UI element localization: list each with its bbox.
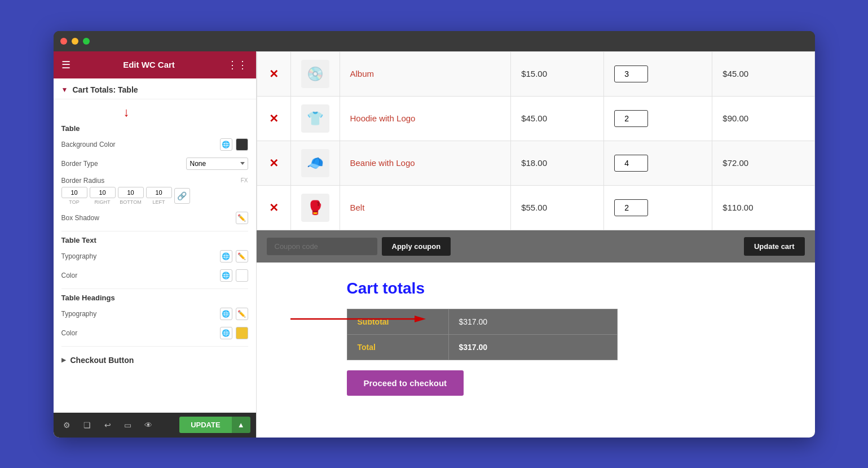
color2-globe-icon[interactable]: 🌐	[220, 327, 232, 339]
typography-field: Typography 🌐 ✏️	[61, 250, 248, 263]
bg-color-label: Background Color	[61, 141, 116, 148]
product-name-2[interactable]: Beanie with Logo	[350, 158, 415, 168]
color-globe-icon[interactable]: 🌐	[220, 269, 232, 282]
qty-input-1[interactable]	[614, 110, 648, 127]
sidebar-title: Edit WC Cart	[123, 60, 175, 69]
br-bottom-input[interactable]	[118, 187, 144, 198]
svg-marker-1	[415, 316, 426, 322]
qty-input-0[interactable]	[614, 65, 648, 82]
typography2-controls: 🌐 ✏️	[220, 308, 248, 320]
section-cart-totals-label: Cart Totals: Table	[72, 85, 138, 94]
collapse-arrow: ▼	[61, 86, 68, 94]
apply-coupon-button[interactable]: Apply coupon	[382, 237, 451, 256]
bg-color-swatch[interactable]	[236, 138, 248, 151]
br-left-group: LEFT	[146, 187, 172, 205]
price-0: $15.00	[521, 69, 547, 78]
color2-field: Color 🌐	[61, 327, 248, 339]
subtotal-1: $90.00	[722, 113, 748, 123]
box-shadow-controls: ✏️	[236, 212, 248, 224]
remove-btn-3[interactable]: ✕	[269, 202, 279, 214]
border-radius-inputs: TOP RIGHT BOTTOM LEFT	[61, 187, 248, 205]
update-arrow-button[interactable]: ▲	[232, 417, 250, 433]
update-group: UPDATE ▲	[179, 417, 250, 433]
br-left-label: LEFT	[152, 199, 165, 205]
cart-table: ✕ 💿 Album $15.00 $45.00 ✕ 👕 Hoodie with …	[257, 51, 815, 230]
bg-color-controls: 🌐	[220, 138, 248, 151]
border-type-select[interactable]: None	[186, 158, 248, 170]
border-radius-field: Border Radius FX TOP RIGHT	[61, 177, 248, 205]
product-img-3: 🥊	[301, 194, 329, 222]
color-field: Color 🌐	[61, 269, 248, 282]
br-top-group: TOP	[61, 187, 87, 205]
layers-icon[interactable]: ❏	[80, 417, 95, 433]
undo-icon[interactable]: ↩	[100, 417, 116, 433]
cart-totals-title: Cart totals	[347, 279, 425, 298]
coupon-row: Apply coupon Update cart	[257, 230, 815, 263]
br-top-input[interactable]	[61, 187, 87, 198]
remove-btn-1[interactable]: ✕	[269, 112, 279, 125]
product-img-2: 🧢	[301, 149, 329, 177]
subtotal-0: $45.00	[722, 69, 748, 78]
update-button[interactable]: UPDATE	[179, 417, 231, 433]
product-name-1[interactable]: Hoodie with Logo	[350, 113, 416, 123]
update-cart-button[interactable]: Update cart	[744, 237, 805, 256]
color2-swatch[interactable]	[236, 327, 248, 339]
br-bottom-group: BOTTOM	[118, 187, 144, 205]
total-row: Total $317.00	[347, 334, 617, 360]
close-dot[interactable]	[60, 38, 67, 45]
bg-color-globe-icon[interactable]: 🌐	[220, 138, 232, 151]
maximize-dot[interactable]	[83, 38, 90, 45]
cart-totals-section-header[interactable]: ▼ Cart Totals: Table	[54, 78, 256, 99]
table-headings-label: Table Headings	[61, 294, 248, 302]
sidebar-header: ☰ Edit WC Cart ⋮⋮	[54, 51, 256, 78]
qty-input-2[interactable]	[614, 155, 648, 172]
bg-color-field: Background Color 🌐	[61, 138, 248, 151]
total-value: $317.00	[448, 334, 617, 360]
cart-totals-wrapper: Cart totals Subtotal $317.00 Total $317.…	[257, 263, 815, 438]
typography2-globe-icon[interactable]: 🌐	[220, 308, 232, 320]
grid-icon[interactable]: ⋮⋮	[227, 59, 248, 71]
typography-pencil-icon[interactable]: ✏️	[236, 250, 248, 263]
table-row: ✕ 🧢 Beanie with Logo $18.00 $72.00	[257, 141, 814, 185]
sidebar-body: ↓ Table Background Color 🌐 Border Type N…	[54, 99, 256, 413]
checkout-button-label: Checkout Button	[71, 356, 134, 365]
color2-label: Color	[61, 329, 78, 337]
bottom-left-icons: ⚙ ❏ ↩ ▭ 👁	[59, 417, 156, 433]
settings-icon[interactable]: ⚙	[59, 417, 75, 433]
qty-input-3[interactable]	[614, 199, 648, 216]
hamburger-icon[interactable]: ☰	[61, 59, 71, 71]
br-right-input[interactable]	[90, 187, 116, 198]
remove-btn-2[interactable]: ✕	[269, 157, 279, 169]
box-shadow-pencil-icon[interactable]: ✏️	[236, 212, 248, 224]
color-swatch[interactable]	[236, 269, 248, 282]
br-bottom-label: BOTTOM	[120, 199, 141, 205]
box-shadow-field: Box Shadow ✏️	[61, 212, 248, 224]
color-label: Color	[61, 272, 78, 279]
sidebar: ☰ Edit WC Cart ⋮⋮ ▼ Cart Totals: Table ↓…	[54, 51, 257, 438]
titlebar	[54, 31, 815, 51]
typography-globe-icon[interactable]: 🌐	[220, 250, 232, 263]
proceed-to-checkout-button[interactable]: Proceed to checkout	[347, 370, 464, 396]
eye-icon[interactable]: 👁	[140, 417, 156, 433]
minimize-dot[interactable]	[72, 38, 78, 45]
checkout-button-section[interactable]: ▶ Checkout Button	[61, 351, 248, 369]
border-type-label: Border Type	[61, 160, 98, 168]
table-row: ✕ 🥊 Belt $55.00 $110.00	[257, 185, 814, 230]
product-name-3[interactable]: Belt	[350, 203, 365, 212]
content-area: ✕ 💿 Album $15.00 $45.00 ✕ 👕 Hoodie with …	[257, 51, 815, 438]
coupon-input[interactable]	[267, 238, 377, 255]
br-left-input[interactable]	[146, 187, 172, 198]
product-img-0: 💿	[301, 60, 329, 88]
total-label: Total	[347, 334, 448, 360]
border-radius-label: Border Radius	[61, 177, 105, 185]
link-icon-btn[interactable]: 🔗	[174, 188, 190, 204]
typography2-pencil-icon[interactable]: ✏️	[236, 308, 248, 320]
product-name-0[interactable]: Album	[350, 69, 374, 78]
price-2: $18.00	[521, 158, 547, 168]
fx-badge: FX	[241, 177, 248, 183]
br-right-label: RIGHT	[95, 199, 111, 205]
remove-btn-0[interactable]: ✕	[269, 68, 279, 80]
responsive-icon[interactable]: ▭	[120, 417, 136, 433]
table-section-label: Table	[61, 124, 248, 133]
price-1: $45.00	[521, 113, 547, 123]
